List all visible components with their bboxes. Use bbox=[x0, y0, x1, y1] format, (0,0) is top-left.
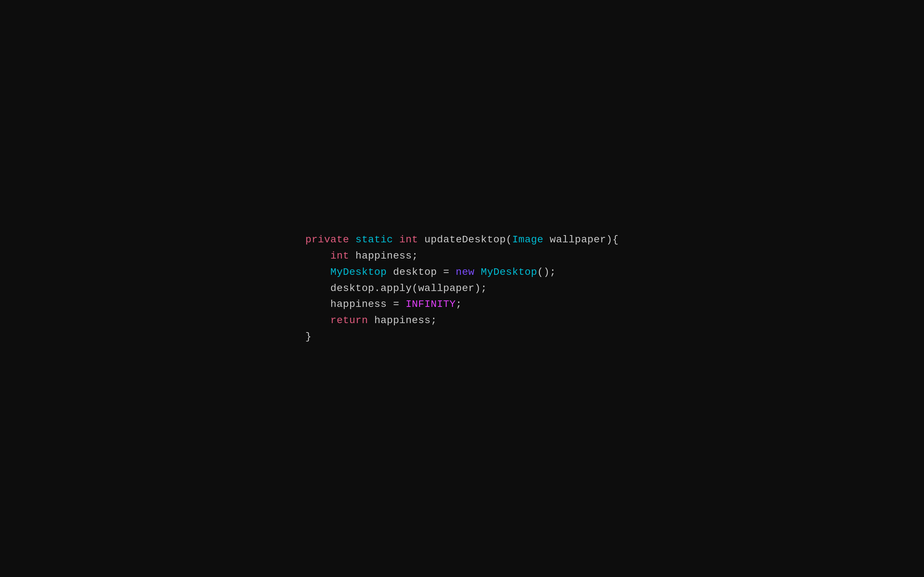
apply-call: desktop.apply(wallpaper); bbox=[330, 280, 487, 297]
code-line-7: } bbox=[305, 329, 619, 345]
code-line-2: int happiness; bbox=[305, 248, 619, 264]
indent-6 bbox=[305, 313, 330, 329]
type-mydesktop-1: MyDesktop bbox=[330, 264, 386, 280]
space-3 bbox=[418, 232, 424, 248]
desktop-assign-1: desktop = bbox=[387, 264, 456, 280]
type-image: Image bbox=[512, 232, 544, 248]
indent-2 bbox=[305, 248, 330, 264]
desktop-assign-2: (); bbox=[537, 264, 556, 280]
params: wallpaper){ bbox=[544, 232, 619, 248]
type-mydesktop-2: MyDesktop bbox=[481, 264, 537, 280]
keyword-static: static bbox=[355, 232, 393, 248]
code-block: private static int updateDesktop( Image … bbox=[305, 232, 619, 345]
keyword-int-2: int bbox=[330, 248, 349, 264]
happiness-decl: happiness; bbox=[349, 248, 418, 264]
keyword-new: new bbox=[456, 264, 475, 280]
code-line-1: private static int updateDesktop( Image … bbox=[305, 232, 619, 248]
constant-infinity: INFINITY bbox=[406, 297, 456, 313]
semicolon-5: ; bbox=[456, 297, 462, 313]
space-2 bbox=[393, 232, 399, 248]
indent-5 bbox=[305, 297, 330, 313]
method-name: updateDesktop( bbox=[425, 232, 512, 248]
code-line-6: return happiness; bbox=[305, 313, 619, 329]
code-line-5: happiness = INFINITY ; bbox=[305, 297, 619, 313]
code-line-3: MyDesktop desktop = new MyDesktop (); bbox=[305, 264, 619, 280]
code-line-4: desktop.apply(wallpaper); bbox=[305, 280, 619, 297]
keyword-return: return bbox=[330, 313, 368, 329]
return-value: happiness; bbox=[368, 313, 437, 329]
space-1 bbox=[349, 232, 355, 248]
keyword-int-1: int bbox=[399, 232, 418, 248]
indent-3 bbox=[305, 264, 330, 280]
indent-4 bbox=[305, 280, 330, 297]
closing-brace: } bbox=[305, 329, 312, 345]
space-new bbox=[475, 264, 481, 280]
happiness-assign: happiness = bbox=[330, 297, 405, 313]
keyword-private: private bbox=[305, 232, 349, 248]
